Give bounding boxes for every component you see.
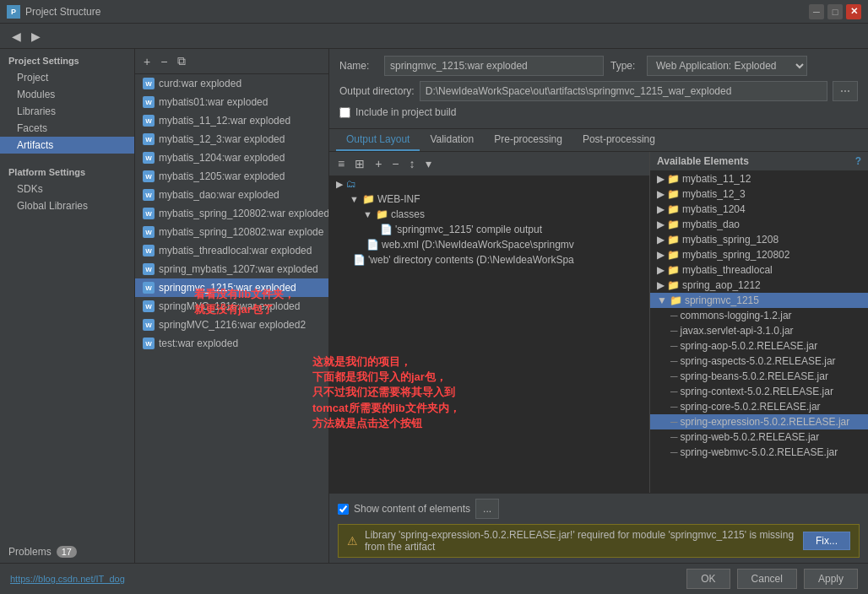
sidebar-item-sdk[interactable]: SDKs (0, 181, 134, 197)
available-item-label: spring-aop-5.0.2.RELEASE.jar (681, 340, 818, 352)
apply-button[interactable]: Apply (804, 569, 858, 589)
available-item[interactable]: ▶📁mybatis_threadlocal (650, 262, 868, 278)
ok-button[interactable]: OK (686, 569, 730, 589)
tab-pre-processing[interactable]: Pre-processing (484, 129, 572, 151)
add-tree-button[interactable]: + (372, 155, 385, 172)
help-icon[interactable]: ? (855, 155, 861, 167)
available-item[interactable]: ▶📁mybatis_spring_120802 (650, 247, 868, 262)
item-icon: ─ (670, 355, 678, 367)
type-select[interactable]: Web Application: Exploded (647, 56, 807, 76)
tree-item[interactable]: ▼📁WEB-INF (329, 192, 649, 207)
fix-button[interactable]: Fix... (803, 532, 850, 550)
artifact-label: mybatis_11_12:war exploded (159, 115, 290, 127)
artifact-item[interactable]: W test:war exploded (135, 334, 328, 353)
available-item[interactable]: ▶📁mybatis_11_12 (650, 171, 868, 186)
grid-view-button[interactable]: ⊞ (351, 155, 368, 172)
artifact-item[interactable]: W mybatis_12_3:war exploded (135, 130, 328, 148)
artifact-item[interactable]: W mybatis_spring_120802:war explode (135, 223, 328, 241)
available-item[interactable]: ─commons-logging-1.2.jar (650, 308, 868, 323)
tree-item-icon: ▼ (350, 194, 359, 204)
available-item[interactable]: ─spring-beans-5.0.2.RELEASE.jar (650, 369, 868, 384)
artifact-item[interactable]: W springMVC_1216:war exploded (135, 297, 328, 316)
sidebar-item-global-libraries[interactable]: Global Libraries (0, 197, 134, 214)
artifact-item[interactable]: W mybatis_1204:war exploded (135, 148, 328, 167)
war-icon: W (142, 300, 155, 313)
extra-button[interactable]: ▾ (422, 155, 435, 172)
war-icon: W (142, 170, 155, 183)
tab-output-layout[interactable]: Output Layout (336, 129, 420, 151)
name-input[interactable] (384, 56, 604, 76)
list-view-button[interactable]: ≡ (334, 155, 348, 172)
tree-item-label: classes (391, 208, 425, 220)
artifact-item[interactable]: W mybatis_threadlocal:war exploded (135, 241, 328, 260)
available-item[interactable]: ▶📁mybatis_1204 (650, 202, 868, 217)
artifact-item[interactable]: W mybatis01:war exploded (135, 93, 328, 111)
cancel-button[interactable]: Cancel (737, 569, 797, 589)
artifact-label: mybatis_spring_120802:war exploded (159, 208, 328, 219)
artifact-item[interactable]: W mybatis_spring_120802:war exploded (135, 204, 328, 223)
available-item-label: mybatis_12_3 (682, 188, 746, 200)
available-item[interactable]: ─spring-web-5.0.2.RELEASE.jar (650, 429, 868, 445)
footer-link[interactable]: https://blog.csdn.net/IT_dog (10, 574, 125, 584)
tree-item[interactable]: ▼📁classes (329, 207, 649, 222)
artifact-label: mybatis_threadlocal:war exploded (159, 245, 312, 256)
available-item[interactable]: ─spring-aspects-5.0.2.RELEASE.jar (650, 354, 868, 369)
available-item[interactable]: ─spring-webmvc-5.0.2.RELEASE.jar (650, 445, 868, 460)
available-item-label: spring-web-5.0.2.RELEASE.jar (681, 431, 820, 443)
add-artifact-button[interactable]: + (140, 53, 154, 70)
browse-button[interactable]: ⋯ (833, 81, 858, 101)
sidebar-item-project[interactable]: Project (0, 69, 134, 86)
available-item-label: spring-beans-5.0.2.RELEASE.jar (681, 370, 828, 382)
title-bar: P Project Structure ─ □ ✕ (0, 0, 868, 24)
output-tree-toolbar: ≡ ⊞ + − ↕ ▾ (329, 152, 649, 176)
available-item[interactable]: ─spring-aop-5.0.2.RELEASE.jar (650, 338, 868, 354)
show-content-browse-button[interactable]: ... (475, 499, 499, 519)
minimize-button[interactable]: ─ (809, 4, 824, 19)
available-elements-panel: Available Elements ? ▶📁mybatis_11_12▶📁my… (650, 152, 868, 493)
artifact-settings: Name: Type: Web Application: Exploded Ou… (329, 49, 868, 129)
sidebar-item-libraries[interactable]: Libraries (0, 103, 134, 120)
available-item[interactable]: ▶📁spring_aop_1212 (650, 278, 868, 293)
tree-item[interactable]: 📄web.xml (D:\NewIdeaWorkSpace\springmv (329, 237, 649, 252)
sidebar-item-artifacts[interactable]: Artifacts (0, 137, 134, 154)
sidebar-item-modules[interactable]: Modules (0, 86, 134, 103)
tree-item-label: WEB-INF (377, 193, 420, 205)
item-icon: 📁 (667, 203, 680, 215)
available-item[interactable]: ▼📁springmvc_1215 (650, 293, 868, 308)
close-button[interactable]: ✕ (846, 4, 861, 19)
available-item[interactable]: ─spring-context-5.0.2.RELEASE.jar (650, 384, 868, 399)
include-in-build-checkbox[interactable] (339, 107, 350, 118)
available-item[interactable]: ▶📁mybatis_spring_1208 (650, 232, 868, 247)
artifact-item[interactable]: W springmvc_1215:war exploded (135, 278, 328, 297)
artifact-item[interactable]: W mybatis_dao:war exploded (135, 186, 328, 204)
forward-button[interactable]: ▶ (26, 28, 46, 45)
artifact-item[interactable]: W mybatis_1205:war exploded (135, 167, 328, 186)
artifacts-list[interactable]: W curd:war exploded W mybatis01:war expl… (135, 74, 328, 563)
war-icon: W (142, 244, 155, 257)
maximize-button[interactable]: □ (827, 4, 843, 19)
available-item[interactable]: ─spring-expression-5.0.2.RELEASE.jar (650, 414, 868, 429)
artifact-item[interactable]: W spring_mybatis_1207:war exploded (135, 260, 328, 278)
available-item[interactable]: ─javax.servlet-api-3.1.0.jar (650, 323, 868, 338)
remove-tree-button[interactable]: − (388, 155, 402, 172)
tree-item[interactable]: 📄'web' directory contents (D:\NewIdeaWor… (329, 252, 649, 267)
artifact-item[interactable]: W springMVC_1216:war exploded2 (135, 316, 328, 334)
tree-item[interactable]: 📄'springmvc_1215' compile output (329, 222, 649, 237)
artifact-item[interactable]: W mybatis_11_12:war exploded (135, 111, 328, 130)
copy-artifact-button[interactable]: ⧉ (174, 52, 189, 70)
available-item[interactable]: ▶📁mybatis_12_3 (650, 186, 868, 202)
artifact-item[interactable]: W curd:war exploded (135, 74, 328, 93)
remove-artifact-button[interactable]: − (157, 53, 171, 70)
move-button[interactable]: ↕ (406, 155, 419, 172)
show-content-checkbox[interactable] (338, 504, 349, 515)
sidebar-item-facets[interactable]: Facets (0, 120, 134, 137)
tab-validation[interactable]: Validation (420, 129, 484, 151)
available-item[interactable]: ─spring-core-5.0.2.RELEASE.jar (650, 399, 868, 414)
tab-post-processing[interactable]: Post-processing (572, 129, 665, 151)
tree-item[interactable]: ▶🗂 (329, 176, 649, 192)
available-item[interactable]: ▶📁mybatis_dao (650, 217, 868, 232)
back-button[interactable]: ◀ (7, 28, 26, 45)
sidebar-problems[interactable]: Problems 17 (0, 541, 134, 563)
output-dir-input[interactable] (420, 81, 827, 101)
item-icon: ─ (670, 446, 678, 458)
